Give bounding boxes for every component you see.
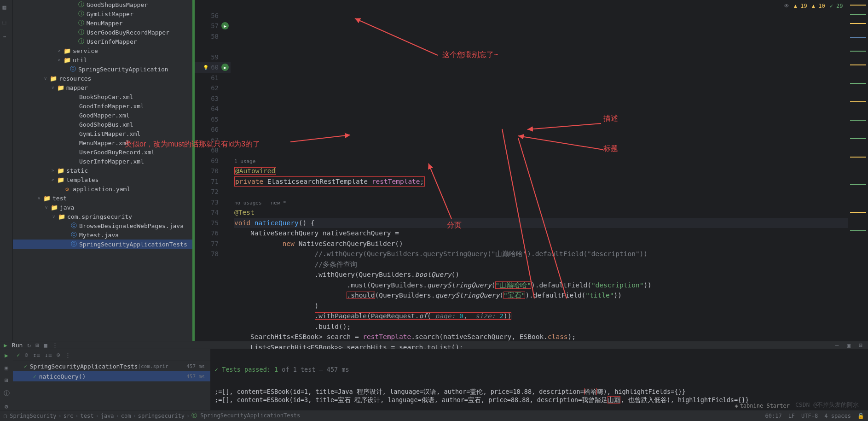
annotation-text: 描述	[603, 113, 618, 124]
indent-setting[interactable]: 4 spaces	[824, 413, 851, 419]
breadcrumb-item[interactable]: test	[81, 413, 94, 419]
cursor-position[interactable]: 60:17	[765, 413, 782, 419]
more-icon[interactable]: ⋮	[65, 351, 71, 358]
book-icon[interactable]: ⊞	[5, 377, 8, 384]
weak-warning-count[interactable]: ▲ 10	[812, 3, 825, 9]
svg-line-0	[355, 18, 438, 55]
breadcrumb-item[interactable]: ⓒ SpringSecurityApplicationTests	[191, 412, 300, 420]
tree-item[interactable]: ⒾGoodShopBusMapper	[13, 0, 192, 9]
warning-count[interactable]: ▲ 19	[794, 3, 807, 9]
test-row[interactable]: ✓SpringSecurityApplicationTests (com.spr…	[13, 361, 210, 371]
project-icon[interactable]: ▢	[4, 413, 7, 419]
tree-item[interactable]: ⒾUserInfoMapper	[13, 37, 192, 46]
tree-item[interactable]: v📁mapper	[13, 83, 192, 92]
tree-item[interactable]: v📁resources	[13, 74, 192, 83]
tree-item[interactable]: >📁service	[13, 46, 192, 55]
more-icon[interactable]: ⋯	[3, 33, 10, 41]
tree-item[interactable]: MenuMapper.xml	[13, 138, 192, 147]
tree-item[interactable]: UserInfoMapper.xml	[13, 157, 192, 166]
eye-off-icon[interactable]: 👁	[784, 3, 789, 9]
breadcrumb-item[interactable]: SpringSecurity	[10, 413, 56, 419]
breadcrumb-item[interactable]: src	[64, 413, 74, 419]
run-title: Run	[12, 342, 23, 349]
tree-item[interactable]: UserGoodBuyRecord.xml	[13, 147, 192, 157]
annotation-text: 标题	[603, 144, 618, 154]
readonly-icon[interactable]: 🔓	[857, 413, 864, 419]
tree-item[interactable]: ⓒSpringSecurityApplicationTests	[13, 240, 192, 249]
tree-item[interactable]: GymListMapper.xml	[13, 129, 192, 138]
tree-item[interactable]: ⓒBrowseDesignatedWebPages.java	[13, 221, 192, 230]
tree-item[interactable]: >📁util	[13, 55, 192, 64]
svg-line-1	[290, 135, 350, 142]
test-row[interactable]: ✓naticeQuery() 457 ms	[13, 371, 210, 381]
tree-item[interactable]: v📁test	[13, 193, 192, 203]
tree-item[interactable]: ⚙application.yaml	[13, 184, 192, 193]
tree-item[interactable]: GoodMapper.xml	[13, 111, 192, 120]
tree-item[interactable]: >📁templates	[13, 175, 192, 184]
breadcrumb-item[interactable]: java	[101, 413, 114, 419]
stop-icon[interactable]: ■	[44, 342, 47, 349]
run-icon[interactable]: ▶	[4, 342, 7, 349]
run-gutter-icon[interactable]: ▶	[221, 64, 229, 71]
clock-icon[interactable]: ⊙	[57, 351, 60, 358]
tree-item[interactable]: ⒾGymListMapper	[13, 9, 192, 18]
editor[interactable]: 5657▶585960▶💡616263646566676869707172737…	[195, 0, 868, 341]
svg-line-3	[518, 136, 603, 150]
info-icon[interactable]: ⓘ	[4, 389, 10, 398]
toggle-icon[interactable]: ⊞	[35, 342, 39, 349]
line-ending[interactable]: LF	[788, 413, 795, 419]
annotation-text: 这个您嘞别忘了~	[442, 50, 498, 60]
typo-count[interactable]: ✓ 29	[830, 3, 843, 9]
minimap[interactable]	[848, 0, 868, 341]
sort-icon[interactable]: ↕≡	[33, 351, 41, 358]
terminal-icon[interactable]: ▣	[5, 364, 8, 371]
project-icon[interactable]: ▦	[3, 4, 10, 11]
line-gutter[interactable]: 5657▶585960▶💡616263646566676869707172737…	[195, 0, 231, 341]
annotation-arrow	[516, 134, 608, 157]
status-bar: ▢ SpringSecurity › src › test › java › c…	[0, 410, 868, 421]
test-toolbar: ✓ ⊘ ↕≡ ↓≡ ⊙ ⋮	[13, 349, 210, 361]
tests-passed-label: ✓ Tests passed: 1 of 1 test – 457 ms	[214, 366, 864, 373]
tree-item[interactable]: ⒾUserGoodBuyRecordMapper	[13, 28, 192, 37]
tree-item[interactable]: GoodInfoMapper.xml	[13, 101, 192, 111]
project-tree[interactable]: ⒾGoodShopBusMapperⒾGymListMapperⒾMenuMap…	[13, 0, 192, 341]
tree-item[interactable]: ⓒMytest.java	[13, 230, 192, 240]
annotation-arrow	[290, 133, 355, 146]
check-icon[interactable]: ✓	[17, 351, 20, 358]
tree-item[interactable]: ⒾMenuMapper	[13, 18, 192, 28]
hide-icon[interactable]: ⊟	[857, 342, 864, 349]
file-encoding[interactable]: UTF-8	[801, 413, 818, 419]
watermark: CSDN @不掉头发的阿水	[795, 401, 859, 409]
annotation-arrow	[525, 121, 603, 158]
run-gutter-icon[interactable]: ▶	[221, 22, 229, 29]
expand-icon[interactable]: ↓≡	[45, 351, 52, 358]
tree-item[interactable]: >📁static	[13, 166, 192, 175]
structure-icon[interactable]: ⬚	[3, 18, 10, 26]
filter-icon[interactable]: ⊘	[25, 351, 29, 358]
settings-icon[interactable]: ⚙	[5, 403, 8, 410]
tabnine-icon: ◈	[735, 403, 738, 409]
bulb-icon[interactable]: 💡	[202, 64, 209, 71]
tabnine-widget[interactable]: ◈ tabnine Starter	[735, 403, 790, 409]
annotation-arrow	[350, 14, 442, 60]
more-icon[interactable]: ⋮	[52, 342, 58, 349]
tree-item[interactable]: GoodShopBus.xml	[13, 120, 192, 129]
tree-item[interactable]: v📁java	[13, 203, 192, 212]
play-icon[interactable]: ▶	[5, 352, 8, 359]
tree-item[interactable]: ⓒSpringSecurityApplication	[13, 64, 192, 74]
left-tool-strip: ▦ ⬚ ⋯	[0, 0, 13, 341]
breadcrumb[interactable]: SpringSecurity › src › test › java › com…	[10, 412, 300, 420]
code-area[interactable]: 这个您嘞别忘了~ 类似or，改为must的话那就只有id为3的了 描述 标题 分…	[231, 0, 848, 341]
console-line: ;=[], content=ESBook(id=1, title=Java 程序…	[214, 388, 864, 396]
rerun-icon[interactable]: ↻	[27, 342, 31, 349]
tree-item[interactable]: BookShopCar.xml	[13, 92, 192, 101]
svg-line-2	[527, 123, 601, 129]
breadcrumb-item[interactable]: springsecurity	[138, 413, 185, 419]
tree-item[interactable]: v📁com.springsecurity	[13, 212, 192, 221]
breadcrumb-item[interactable]: com	[121, 413, 131, 419]
